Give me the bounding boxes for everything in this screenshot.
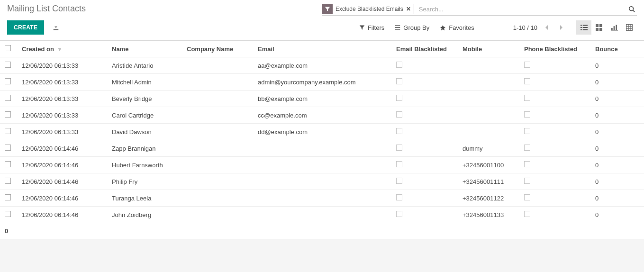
favorites-button[interactable]: Favorites (440, 24, 474, 31)
row-checkbox[interactable] (5, 211, 11, 217)
row-checkbox[interactable] (5, 128, 11, 134)
row-checkbox[interactable] (5, 145, 11, 151)
row-checkbox[interactable] (5, 178, 11, 184)
funnel-icon (322, 4, 333, 14)
table-row[interactable]: 12/06/2020 06:13:33Mitchell Adminadmin@y… (0, 74, 644, 91)
cell-bounce: 0 (590, 190, 644, 207)
table-row[interactable]: 12/06/2020 06:14:46Zapp Brannigandummy0 (0, 140, 644, 157)
search-icon[interactable] (626, 6, 637, 12)
list-icon (395, 25, 400, 30)
cell-mobile (458, 74, 519, 91)
col-header-name[interactable]: Name (107, 41, 182, 57)
view-kanban-button[interactable] (591, 20, 607, 35)
cell-name: Turanga Leela (107, 190, 182, 207)
svg-rect-3 (395, 27, 400, 28)
cell-mobile (458, 124, 519, 140)
cell-name: Carol Cartridge (107, 107, 182, 124)
email-blacklisted-checkbox (396, 111, 402, 118)
search-facet: Exclude Blacklisted Emails ✕ (322, 4, 414, 14)
cell-email (253, 207, 391, 223)
pager-prev[interactable] (542, 23, 552, 32)
svg-rect-18 (611, 30, 618, 31)
cell-company-name (182, 91, 253, 107)
row-checkbox[interactable] (5, 161, 11, 167)
svg-rect-9 (581, 29, 582, 30)
pager-text[interactable]: 1-10 / 10 (513, 24, 537, 31)
pager-next[interactable] (556, 23, 566, 32)
view-list-button[interactable] (576, 20, 591, 35)
table-row[interactable]: 12/06/2020 06:14:46Philip Fry+3245600111… (0, 173, 644, 190)
cell-bounce: 0 (590, 91, 644, 107)
table-row[interactable]: 12/06/2020 06:13:33Aristide Antarioaa@ex… (0, 57, 644, 74)
email-blacklisted-checkbox (396, 161, 402, 167)
cell-bounce: 0 (590, 107, 644, 124)
group-by-button[interactable]: Group By (395, 24, 429, 31)
col-header-created-on-label: Created on (22, 45, 54, 53)
phone-blacklisted-checkbox (524, 161, 530, 167)
table-row[interactable]: 12/06/2020 06:13:33Carol Cartridgecc@exa… (0, 107, 644, 124)
svg-rect-10 (582, 29, 587, 30)
svg-rect-6 (582, 25, 587, 26)
svg-rect-17 (616, 25, 617, 30)
contacts-table: Created on ▼ Name Company Name Email Ema… (0, 40, 644, 239)
filters-button[interactable]: Filters (359, 24, 384, 31)
filters-label: Filters (368, 24, 384, 31)
cell-email: admin@yourcompany.example.com (253, 74, 391, 91)
cell-phone-blacklisted (519, 173, 590, 190)
search-facet-remove[interactable]: ✕ (406, 6, 414, 12)
col-header-company-name[interactable]: Company Name (182, 41, 253, 57)
cell-email (253, 140, 391, 157)
select-all-checkbox[interactable] (5, 45, 11, 51)
col-header-phone-blacklisted[interactable]: Phone Blacklisted (519, 41, 590, 57)
row-checkbox[interactable] (5, 62, 11, 68)
table-row[interactable]: 12/06/2020 06:14:46John Zoidberg+3245600… (0, 207, 644, 223)
search-input[interactable] (417, 5, 626, 14)
table-row[interactable]: 12/06/2020 06:14:46Turanga Leela+3245600… (0, 190, 644, 207)
cell-name: Zapp Brannigan (107, 140, 182, 157)
view-pivot-button[interactable] (622, 20, 637, 35)
star-icon (440, 25, 446, 31)
col-header-bounce[interactable]: Bounce (590, 41, 644, 57)
email-blacklisted-checkbox (396, 178, 402, 184)
col-header-email-blacklisted[interactable]: Email Blacklisted (391, 41, 458, 57)
cell-name: Philip Fry (107, 173, 182, 190)
col-header-email[interactable]: Email (253, 41, 391, 57)
view-graph-button[interactable] (607, 20, 622, 35)
cell-email-blacklisted (391, 74, 458, 91)
col-header-mobile[interactable]: Mobile (458, 41, 519, 57)
view-switcher (576, 20, 637, 35)
row-checkbox[interactable] (5, 78, 11, 84)
cell-bounce: 0 (590, 124, 644, 140)
svg-rect-16 (613, 26, 615, 30)
cell-mobile (458, 57, 519, 74)
cell-name: Hubert Farnsworth (107, 157, 182, 173)
cell-created-on: 12/06/2020 06:14:46 (17, 207, 107, 223)
row-checkbox[interactable] (5, 111, 11, 118)
search-bar[interactable]: Exclude Blacklisted Emails ✕ (322, 4, 637, 16)
svg-rect-2 (395, 26, 400, 27)
cell-bounce: 0 (590, 173, 644, 190)
cell-email: bb@example.com (253, 91, 391, 107)
row-checkbox[interactable] (5, 95, 11, 101)
col-header-created-on[interactable]: Created on ▼ (17, 41, 107, 57)
cell-mobile (458, 91, 519, 107)
page-title: Mailing List Contacts (7, 4, 86, 14)
row-checkbox[interactable] (5, 194, 11, 200)
email-blacklisted-checkbox (396, 95, 402, 101)
cell-bounce: 0 (590, 74, 644, 91)
cell-company-name (182, 107, 253, 124)
cell-email-blacklisted (391, 190, 458, 207)
table-row[interactable]: 12/06/2020 06:14:46Hubert Farnsworth+324… (0, 157, 644, 173)
svg-rect-4 (395, 29, 400, 30)
create-button[interactable]: CREATE (7, 20, 44, 35)
cell-mobile: dummy (458, 140, 519, 157)
import-button[interactable] (53, 24, 59, 31)
table-row[interactable]: 12/06/2020 06:13:33Beverly Bridgebb@exam… (0, 91, 644, 107)
phone-blacklisted-checkbox (524, 194, 530, 200)
cell-company-name (182, 173, 253, 190)
cell-name: Beverly Bridge (107, 91, 182, 107)
cell-phone-blacklisted (519, 91, 590, 107)
cell-company-name (182, 74, 253, 91)
footer-blank (0, 239, 644, 272)
table-row[interactable]: 12/06/2020 06:13:33David Dawsondd@exampl… (0, 124, 644, 140)
